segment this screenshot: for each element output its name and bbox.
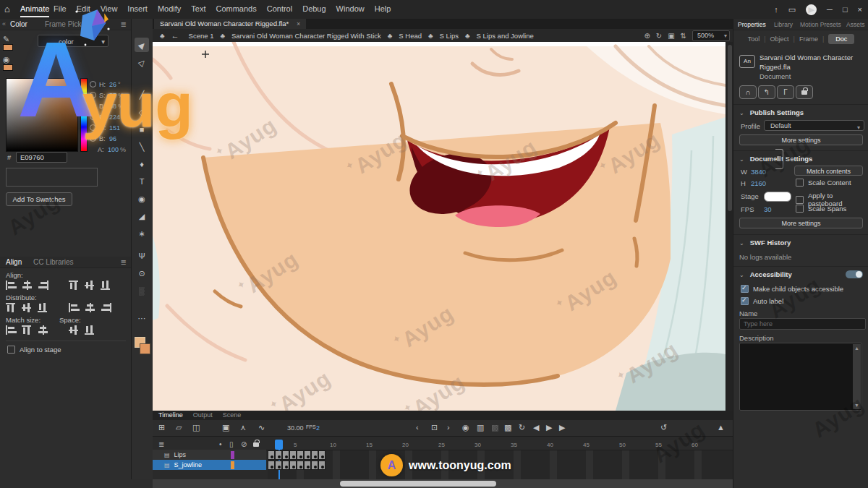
subselection-tool[interactable]: ▷ [135, 55, 149, 69]
distribute-center-button[interactable] [85, 303, 95, 312]
stroke-pencil-icon[interactable]: ✎ [3, 35, 20, 51]
publish-settings-header[interactable]: ⌄Publish Settings [739, 108, 804, 116]
keyframe-cell[interactable] [282, 450, 289, 460]
publish-more-settings-button[interactable]: More settings [739, 134, 863, 145]
stage-canvas[interactable]: ✦Ayug✦Ayug✦Ayug✦Ayug✦Ayug✦Ayug✦Ayug✦Ayug… [153, 42, 726, 411]
lock-toggle[interactable] [796, 85, 813, 99]
layer-row-lips[interactable]: ▤Lips [153, 450, 266, 460]
keyframe-cell[interactable] [304, 461, 311, 470]
stroke-color-swatch[interactable] [3, 44, 13, 51]
menu-debug[interactable]: Debug [302, 4, 326, 13]
subtab-tool[interactable]: Tool [748, 35, 760, 43]
home-icon[interactable]: ⌂ [4, 4, 10, 14]
more-tools-tool[interactable]: ⋯ [135, 311, 149, 325]
layer-color-swatch[interactable] [231, 451, 234, 459]
step-back-button[interactable]: ◀ [533, 423, 539, 432]
keyframe-cell[interactable] [275, 461, 282, 470]
scrollbar-thumb[interactable] [728, 45, 732, 211]
document-tab[interactable]: Sarvani Old Woman Character Rigged.fla* … [154, 19, 306, 29]
layer-name[interactable]: Lips [174, 451, 187, 458]
keyframe-cell[interactable] [289, 461, 297, 470]
new-layer-button[interactable]: ⊞ [158, 423, 165, 432]
distribute-top-button[interactable] [6, 303, 17, 312]
keyframe-cell[interactable] [282, 461, 289, 470]
hand-tool[interactable]: Ψ [135, 249, 149, 263]
tab-color[interactable]: Color [10, 20, 27, 28]
brush-tool[interactable]: ╱ [135, 87, 149, 102]
snap-align-toggle[interactable]: ↰ [758, 85, 775, 99]
subtab-object[interactable]: Object [770, 35, 789, 43]
panel-menu-icon[interactable]: ≣ [121, 20, 127, 28]
snap-corner-toggle[interactable]: Γ [777, 85, 794, 99]
picker-marker[interactable] [41, 85, 47, 92]
scrollbar-thumb[interactable] [340, 481, 496, 487]
keyframe-cell[interactable] [318, 450, 326, 460]
onion-skin-button[interactable]: ◉ [462, 423, 469, 432]
onion-outlines-button[interactable]: ▥ [477, 423, 484, 432]
parent-view-button[interactable]: ⋏ [240, 423, 246, 432]
link-dimensions-icon[interactable] [775, 149, 783, 169]
color-row-value[interactable]: 100 [108, 146, 119, 153]
keyframe-cell[interactable] [318, 461, 326, 470]
timeline-tab-timeline[interactable]: Timeline [158, 411, 183, 419]
layer-color-swatch[interactable] [231, 461, 234, 469]
rotate-icon[interactable]: ↻ [656, 32, 662, 40]
breadcrumb-item[interactable]: Sarvani Old Woman Character Rigged With … [231, 32, 381, 40]
layer-name[interactable]: S_jowline [174, 461, 203, 468]
breadcrumb-item[interactable]: S Lips and Jowline [477, 32, 534, 40]
color-row-value[interactable]: 57 [109, 92, 116, 99]
height-value[interactable]: 2160 [751, 179, 766, 187]
delete-layer-button[interactable]: ◫ [192, 423, 200, 432]
menu-text[interactable]: Text [191, 4, 205, 13]
tab-frame-picker[interactable]: Frame Picker [45, 20, 88, 28]
radio-button[interactable] [90, 81, 96, 87]
asset-warp-tool[interactable]: ∗ [135, 226, 149, 241]
keyframe-cell[interactable] [311, 461, 318, 470]
edit-multiple-frames-button[interactable]: ▩ [504, 423, 511, 432]
radio-button[interactable] [90, 124, 96, 131]
timeline-fps-value[interactable]: 30.00 [287, 424, 304, 432]
match-both-button[interactable] [38, 325, 48, 335]
auto-label-checkbox[interactable]: Auto label [741, 297, 783, 305]
app-tab-animate[interactable]: Animate [20, 4, 49, 17]
lock-column-icon[interactable] [253, 440, 259, 448]
hue-strip[interactable] [80, 78, 88, 152]
color-type-dropdown[interactable]: color ▾ [38, 35, 109, 47]
align-middle-button[interactable] [85, 281, 95, 290]
name-input[interactable]: Type here [739, 318, 866, 330]
breadcrumb-item[interactable]: S Lips [440, 32, 459, 40]
subtab-frame[interactable]: Frame [799, 35, 818, 43]
keyframe-cell[interactable] [297, 450, 304, 460]
collapse-icon[interactable]: « [2, 20, 6, 27]
color-row-value[interactable]: 26 [109, 81, 116, 88]
color-row-value[interactable]: 224 [109, 114, 120, 121]
rectangle-tool[interactable]: ■ [135, 122, 149, 137]
profile-dropdown[interactable]: Default▾ [764, 120, 864, 131]
close-tab-icon[interactable]: × [297, 20, 300, 27]
radio-button[interactable] [90, 92, 96, 98]
menu-commands[interactable]: Commands [216, 4, 256, 13]
eraser-tool[interactable]: ◇ [135, 105, 149, 119]
pen-tool[interactable]: ♦ [135, 157, 149, 171]
hex-input[interactable]: E09760 [16, 152, 67, 163]
add-to-swatches-button[interactable]: Add To Swatches [6, 192, 72, 206]
workspace-icon[interactable]: ▭ [788, 5, 796, 14]
color-row-value[interactable]: 96 [109, 135, 116, 142]
keyframe-cell[interactable] [268, 461, 275, 470]
color-row-value[interactable]: 88 [109, 103, 116, 110]
line-tool[interactable]: ╲ [135, 140, 149, 154]
panel-tab-motion-presets[interactable]: Motion Presets [800, 21, 841, 28]
menu-modify[interactable]: Modify [158, 4, 181, 13]
menu-view[interactable]: View [101, 4, 118, 13]
resize-view-button[interactable]: ▲ [717, 423, 725, 432]
play-button[interactable]: ▶ [546, 423, 552, 432]
match-contents-button[interactable]: Match contents [794, 166, 863, 176]
graph-editor-button[interactable]: ∿ [258, 423, 265, 432]
faded-tool-tool[interactable]: ▒ [135, 283, 149, 298]
keyframe-cell[interactable] [268, 450, 275, 460]
accessibility-header[interactable]: ⌄Accessibility [739, 270, 792, 278]
tab-cc-libraries[interactable]: CC Libraries [33, 258, 74, 266]
timeline-horizontal-scrollbar[interactable] [153, 479, 733, 488]
fps-value[interactable]: 30 [764, 205, 772, 213]
keyframe-cell[interactable] [275, 450, 282, 460]
